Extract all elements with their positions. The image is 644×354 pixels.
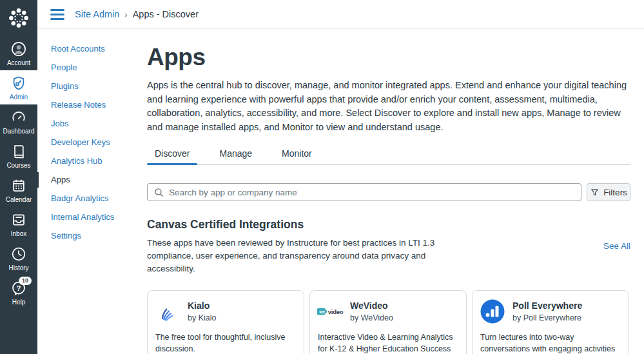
inbox-tray-icon bbox=[10, 211, 27, 228]
certified-section-row: These apps have been reviewed by Instruc… bbox=[147, 237, 630, 275]
canvas-logo[interactable] bbox=[0, 0, 37, 36]
filters-label: Filters bbox=[603, 188, 627, 197]
certified-section-title: Canvas Certified Integrations bbox=[147, 218, 630, 231]
wevideo-word: video bbox=[328, 308, 343, 315]
app-card-wevideo[interactable]: we video WeVideo by WeVideo Interactive … bbox=[309, 290, 467, 354]
global-nav-history[interactable]: History bbox=[0, 241, 37, 275]
global-nav-label: Account bbox=[7, 59, 30, 66]
certified-apps-cards: Kialo by Kialo The free tool for thought… bbox=[147, 290, 630, 354]
funnel-icon bbox=[590, 188, 600, 197]
user-avatar-icon bbox=[10, 41, 27, 57]
sub-nav-release-notes[interactable]: Release Notes bbox=[37, 97, 146, 113]
sub-nav-settings[interactable]: Settings bbox=[37, 228, 146, 244]
global-nav-label: Help bbox=[12, 299, 26, 306]
global-nav-label: Dashboard bbox=[3, 128, 35, 135]
global-nav-label: History bbox=[8, 264, 28, 271]
page-description: Apps is the central hub to discover, man… bbox=[147, 79, 630, 134]
wevideo-badge: we bbox=[317, 308, 327, 315]
global-nav-calendar[interactable]: Calendar bbox=[0, 173, 37, 207]
app-publisher: by WeVideo bbox=[350, 313, 393, 322]
breadcrumb-separator: › bbox=[124, 10, 127, 19]
sub-nav-jobs[interactable]: Jobs bbox=[37, 116, 146, 132]
admin-sub-nav: Root Accounts People Plugins Release Not… bbox=[37, 41, 146, 247]
tab-monitor[interactable]: Monitor bbox=[274, 144, 320, 164]
app-card-kialo[interactable]: Kialo by Kialo The free tool for thought… bbox=[147, 290, 304, 354]
global-nav-label: Admin bbox=[10, 93, 28, 101]
apps-tabs: Discover Manage Monitor bbox=[147, 144, 630, 165]
svg-text:?: ? bbox=[17, 284, 21, 292]
hamburger-menu-icon[interactable] bbox=[50, 9, 64, 20]
see-all-link[interactable]: See All bbox=[603, 241, 630, 251]
app-name: Kialo bbox=[188, 300, 216, 311]
app-name: Poll Everywhere bbox=[512, 300, 582, 311]
gauge-icon bbox=[10, 109, 27, 126]
sub-nav-root-accounts[interactable]: Root Accounts bbox=[37, 41, 146, 57]
app-card-poll-everywhere[interactable]: Poll Everywhere by Poll Everywhere Turn … bbox=[472, 290, 629, 354]
page-title: Apps bbox=[147, 44, 630, 71]
sub-nav-plugins[interactable]: Plugins bbox=[37, 79, 146, 94]
canvas-logo-icon bbox=[6, 6, 31, 30]
breadcrumb-site-admin-link[interactable]: Site Admin bbox=[75, 9, 119, 19]
book-icon bbox=[10, 143, 27, 160]
tab-manage[interactable]: Manage bbox=[211, 144, 260, 164]
sub-nav-people[interactable]: People bbox=[37, 60, 146, 75]
filters-button[interactable]: Filters bbox=[587, 183, 630, 201]
certified-section-description: These apps have been reviewed by Instruc… bbox=[147, 237, 464, 275]
global-nav: Account Admin Dashboard Courses bbox=[0, 0, 37, 354]
search-icon bbox=[153, 187, 164, 198]
card-head: Kialo by Kialo bbox=[155, 299, 296, 324]
app-name: WeVideo bbox=[350, 300, 393, 311]
app-description: The free tool for thoughtful, inclusive … bbox=[155, 332, 296, 354]
sub-nav-badgr-analytics[interactable]: Badgr Analytics bbox=[37, 191, 146, 206]
sub-nav-apps[interactable]: Apps bbox=[37, 172, 146, 188]
sub-nav-developer-keys[interactable]: Developer Keys bbox=[37, 135, 146, 150]
breadcrumb: Site Admin › Apps - Discover bbox=[75, 9, 199, 19]
shield-key-icon bbox=[10, 75, 27, 92]
global-nav-label: Inbox bbox=[11, 230, 26, 237]
card-head: Poll Everywhere by Poll Everywhere bbox=[480, 299, 621, 324]
search-box bbox=[147, 183, 581, 201]
card-title-block: Poll Everywhere by Poll Everywhere bbox=[512, 299, 582, 322]
card-title-block: WeVideo by WeVideo bbox=[350, 299, 393, 322]
poll-everywhere-chart-logo bbox=[480, 299, 505, 324]
card-title-block: Kialo by Kialo bbox=[188, 299, 216, 322]
search-row: Filters bbox=[147, 183, 630, 201]
global-nav-help[interactable]: 10 ? Help bbox=[0, 275, 37, 310]
wevideo-wordmark-logo: we video bbox=[318, 299, 342, 324]
tab-discover[interactable]: Discover bbox=[147, 144, 197, 164]
kialo-fan-logo bbox=[155, 299, 180, 324]
global-nav-label: Calendar bbox=[6, 196, 32, 203]
app-description: Interactive Video & Learning Analytics f… bbox=[318, 332, 458, 354]
clock-icon bbox=[10, 246, 27, 262]
top-bar: Site Admin › Apps - Discover bbox=[37, 0, 644, 29]
app-publisher: by Poll Everywhere bbox=[512, 313, 582, 322]
global-nav-inbox[interactable]: Inbox bbox=[0, 207, 37, 241]
help-count-badge: 10 bbox=[19, 277, 32, 285]
global-nav-admin[interactable]: Admin bbox=[0, 70, 37, 104]
search-input[interactable] bbox=[169, 188, 575, 197]
app-publisher: by Kialo bbox=[188, 313, 216, 322]
main-content: Apps Apps is the central hub to discover… bbox=[147, 30, 630, 354]
card-head: we video WeVideo by WeVideo bbox=[318, 299, 458, 324]
global-nav-account[interactable]: Account bbox=[0, 36, 37, 70]
global-nav-dashboard[interactable]: Dashboard bbox=[0, 104, 37, 139]
app-description: Turn lectures into two-way conversations… bbox=[480, 332, 621, 354]
global-nav-label: Courses bbox=[6, 162, 30, 169]
sub-nav-analytics-hub[interactable]: Analytics Hub bbox=[37, 153, 146, 169]
sub-nav-internal-analytics[interactable]: Internal Analytics bbox=[37, 210, 146, 225]
global-nav-courses[interactable]: Courses bbox=[0, 139, 37, 173]
calendar-icon bbox=[10, 177, 27, 194]
breadcrumb-current: Apps - Discover bbox=[133, 9, 199, 19]
